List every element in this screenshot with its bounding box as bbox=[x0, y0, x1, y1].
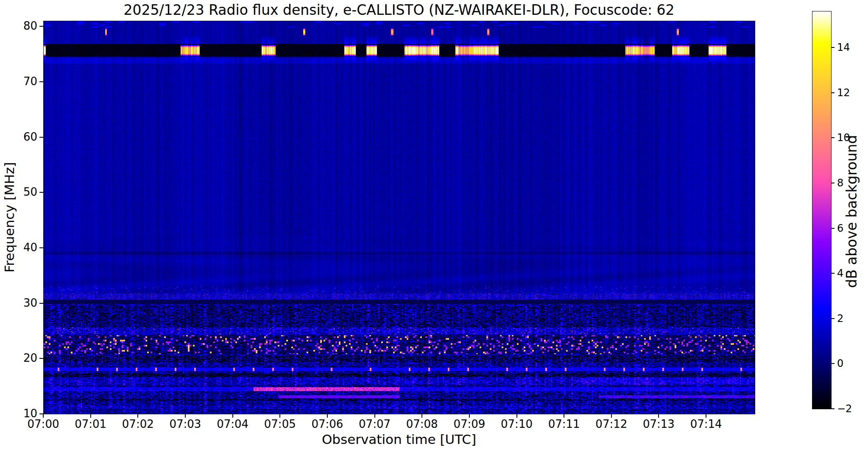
colorbar-tick-mark bbox=[831, 183, 835, 183]
y-tick-label: 70 bbox=[0, 75, 37, 88]
colorbar-tick-label: 2 bbox=[837, 313, 843, 324]
x-axis-label: Observation time [UTC] bbox=[322, 432, 476, 447]
colorbar-tick-label: 4 bbox=[837, 267, 843, 279]
x-tick-mark bbox=[137, 414, 138, 418]
x-tick-label: 07:08 bbox=[406, 418, 438, 430]
colorbar-tick-label: 14 bbox=[837, 42, 850, 53]
colorbar-tick-mark bbox=[831, 363, 835, 364]
x-tick-label: 07:11 bbox=[548, 418, 580, 430]
x-tick-label: 07:06 bbox=[311, 418, 343, 430]
y-tick-label: 40 bbox=[0, 241, 37, 254]
x-tick-label: 07:03 bbox=[169, 418, 201, 430]
y-tick-label: 20 bbox=[0, 352, 37, 364]
colorbar-tick-mark bbox=[831, 408, 835, 409]
colorbar-tick-label: 12 bbox=[837, 87, 850, 99]
y-tick-label: 10 bbox=[0, 407, 37, 420]
y-tick-mark bbox=[39, 26, 43, 27]
y-tick-label: 50 bbox=[0, 186, 37, 198]
y-tick-label: 60 bbox=[0, 130, 37, 143]
x-tick-label: 07:10 bbox=[501, 418, 533, 430]
x-tick-mark bbox=[327, 414, 328, 418]
y-tick-mark bbox=[39, 247, 43, 248]
chart-title: 2025/12/23 Radio flux density, e-CALLIST… bbox=[123, 2, 674, 18]
y-tick-label: 30 bbox=[0, 297, 37, 309]
y-axis-label: Frequency [MHz] bbox=[2, 162, 17, 273]
plot-area bbox=[43, 21, 755, 414]
x-tick-label: 07:05 bbox=[264, 418, 296, 430]
x-tick-label: 07:13 bbox=[643, 418, 675, 430]
x-tick-mark bbox=[374, 414, 375, 418]
x-tick-mark bbox=[421, 414, 422, 418]
x-tick-mark bbox=[658, 414, 659, 418]
colorbar-tick-label: 6 bbox=[837, 222, 843, 234]
spectrogram-canvas bbox=[44, 21, 755, 414]
y-tick-mark bbox=[39, 137, 43, 138]
x-tick-label: 07:02 bbox=[122, 418, 154, 430]
y-tick-mark bbox=[39, 81, 43, 82]
colorbar-tick-mark bbox=[831, 228, 835, 229]
x-tick-mark bbox=[90, 414, 91, 418]
y-tick-label: 80 bbox=[0, 19, 37, 32]
x-tick-mark bbox=[564, 414, 564, 418]
colorbar bbox=[812, 11, 832, 409]
colorbar-tick-mark bbox=[831, 137, 835, 138]
x-tick-label: 07:12 bbox=[595, 418, 627, 430]
x-tick-mark bbox=[706, 414, 706, 418]
y-tick-mark bbox=[39, 192, 43, 193]
colorbar-tick-mark bbox=[831, 273, 835, 274]
colorbar-tick-label: 10 bbox=[837, 132, 850, 144]
colorbar-tick-mark bbox=[831, 318, 835, 319]
colorbar-tick-mark bbox=[831, 92, 835, 93]
x-tick-label: 07:09 bbox=[453, 418, 485, 430]
x-tick-mark bbox=[279, 414, 280, 418]
colorbar-tick-label: −2 bbox=[837, 403, 852, 415]
y-tick-mark bbox=[39, 358, 43, 359]
y-tick-mark bbox=[39, 413, 43, 414]
x-tick-label: 07:04 bbox=[217, 418, 248, 430]
x-tick-label: 07:07 bbox=[359, 418, 391, 430]
x-tick-mark bbox=[185, 414, 186, 418]
x-tick-label: 07:01 bbox=[75, 418, 106, 430]
colorbar-label: dB above background bbox=[843, 135, 860, 288]
x-tick-mark bbox=[232, 414, 233, 418]
colorbar-canvas bbox=[812, 11, 831, 409]
colorbar-tick-label: 0 bbox=[837, 358, 843, 369]
x-tick-mark bbox=[611, 414, 612, 418]
colorbar-tick-mark bbox=[831, 47, 835, 48]
x-tick-mark bbox=[516, 414, 517, 418]
x-tick-label: 07:14 bbox=[690, 418, 722, 430]
y-tick-mark bbox=[39, 303, 43, 304]
x-tick-mark bbox=[43, 414, 44, 418]
x-tick-mark bbox=[469, 414, 470, 418]
colorbar-tick-label: 8 bbox=[837, 177, 843, 189]
figure: 2025/12/23 Radio flux density, e-CALLIST… bbox=[0, 0, 868, 452]
